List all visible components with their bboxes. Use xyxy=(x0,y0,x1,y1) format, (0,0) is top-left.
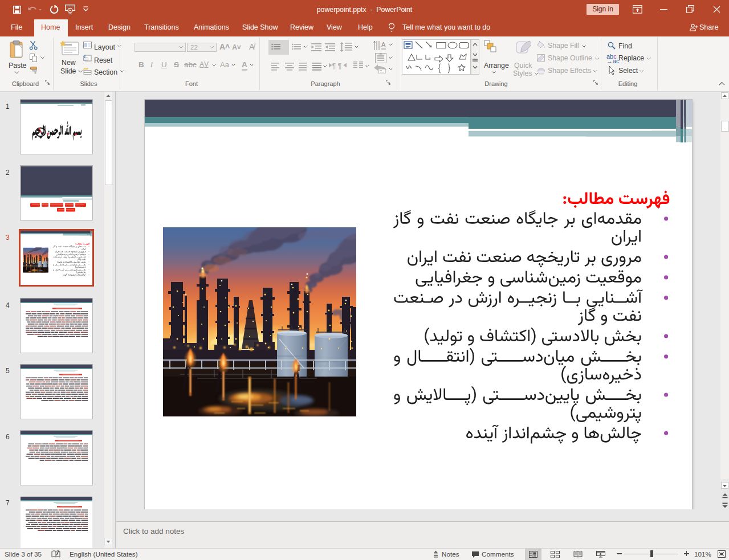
svg-text:A: A xyxy=(381,41,386,48)
svg-text:¶: ¶ xyxy=(332,62,336,70)
svg-text:¶: ¶ xyxy=(338,62,342,70)
